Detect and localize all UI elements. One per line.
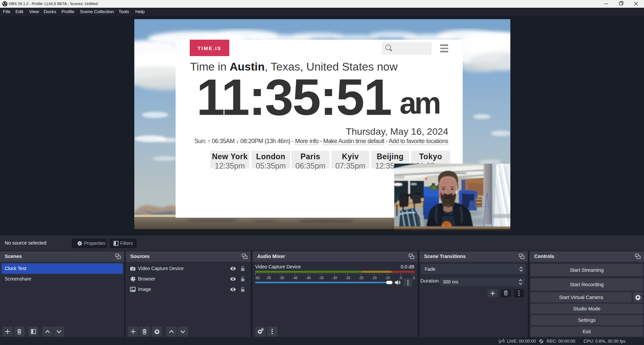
svg-text:-40: -40 xyxy=(306,276,311,280)
svg-text:0: 0 xyxy=(413,276,415,280)
svg-text:-45: -45 xyxy=(292,276,297,280)
svg-text:-15: -15 xyxy=(372,276,377,280)
svg-text:-60: -60 xyxy=(255,276,260,280)
svg-text:-55: -55 xyxy=(266,276,271,280)
svg-text:-30: -30 xyxy=(332,276,337,280)
svg-text:-25: -25 xyxy=(346,276,351,280)
svg-text:-10: -10 xyxy=(385,276,390,280)
svg-text:-50: -50 xyxy=(279,276,284,280)
svg-text:-35: -35 xyxy=(319,276,324,280)
svg-text:-20: -20 xyxy=(359,276,364,280)
